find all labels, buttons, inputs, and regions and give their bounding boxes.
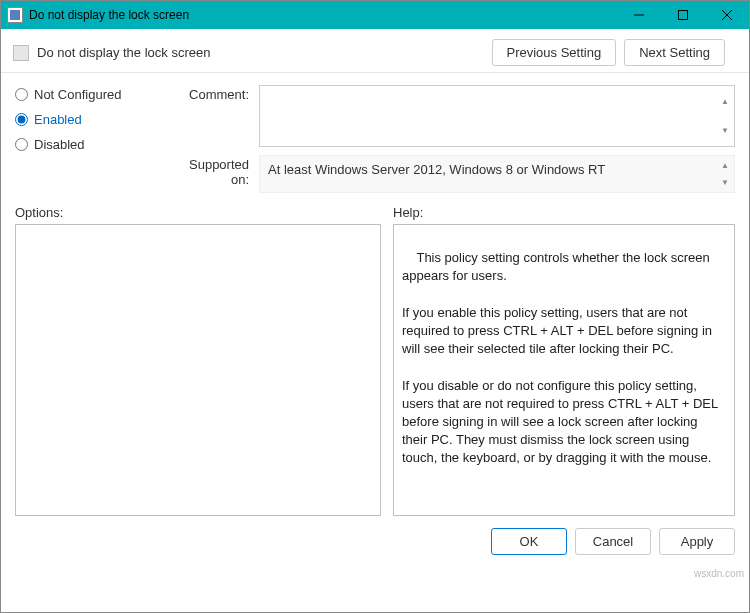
next-setting-button[interactable]: Next Setting	[624, 39, 725, 66]
supported-on-value: At least Windows Server 2012, Windows 8 …	[268, 162, 605, 177]
options-label: Options:	[15, 205, 393, 220]
ok-button[interactable]: OK	[491, 528, 567, 555]
comment-scroll[interactable]: ▲▼	[717, 87, 733, 145]
app-icon	[7, 7, 23, 23]
policy-icon	[13, 45, 29, 61]
help-text: This policy setting controls whether the…	[402, 250, 721, 465]
chevron-up-icon: ▲	[717, 157, 733, 174]
radio-label: Enabled	[34, 112, 82, 127]
radio-not-configured[interactable]: Not Configured	[15, 87, 155, 102]
radio-enabled-input[interactable]	[15, 113, 28, 126]
minimize-button[interactable]	[617, 1, 661, 29]
options-pane[interactable]	[15, 224, 381, 516]
window-title: Do not display the lock screen	[29, 8, 617, 22]
dialog-footer: OK Cancel Apply	[1, 516, 749, 567]
maximize-button[interactable]	[661, 1, 705, 29]
window-controls	[617, 1, 749, 29]
watermark: wsxdn.com	[694, 568, 744, 579]
radio-label: Disabled	[34, 137, 85, 152]
comment-textarea[interactable]: ▲▼	[259, 85, 735, 147]
policy-title: Do not display the lock screen	[37, 45, 492, 60]
apply-button[interactable]: Apply	[659, 528, 735, 555]
chevron-down-icon: ▼	[717, 116, 733, 145]
svg-rect-1	[679, 11, 688, 20]
supported-scroll[interactable]: ▲▼	[717, 157, 733, 191]
chevron-down-icon: ▼	[717, 174, 733, 191]
supported-on-value-box: At least Windows Server 2012, Windows 8 …	[259, 155, 735, 193]
titlebar: Do not display the lock screen	[1, 1, 749, 29]
radio-disabled-input[interactable]	[15, 138, 28, 151]
radio-disabled[interactable]: Disabled	[15, 137, 155, 152]
close-button[interactable]	[705, 1, 749, 29]
cancel-button[interactable]: Cancel	[575, 528, 651, 555]
radio-not-configured-input[interactable]	[15, 88, 28, 101]
comment-label: Comment:	[169, 85, 249, 102]
help-pane[interactable]: This policy setting controls whether the…	[393, 224, 735, 516]
previous-setting-button[interactable]: Previous Setting	[492, 39, 617, 66]
dialog-header: Do not display the lock screen Previous …	[1, 29, 749, 73]
state-radio-group: Not Configured Enabled Disabled	[15, 85, 155, 193]
help-label: Help:	[393, 205, 735, 220]
supported-on-label: Supported on:	[169, 155, 249, 187]
chevron-up-icon: ▲	[717, 87, 733, 116]
radio-label: Not Configured	[34, 87, 121, 102]
radio-enabled[interactable]: Enabled	[15, 112, 155, 127]
